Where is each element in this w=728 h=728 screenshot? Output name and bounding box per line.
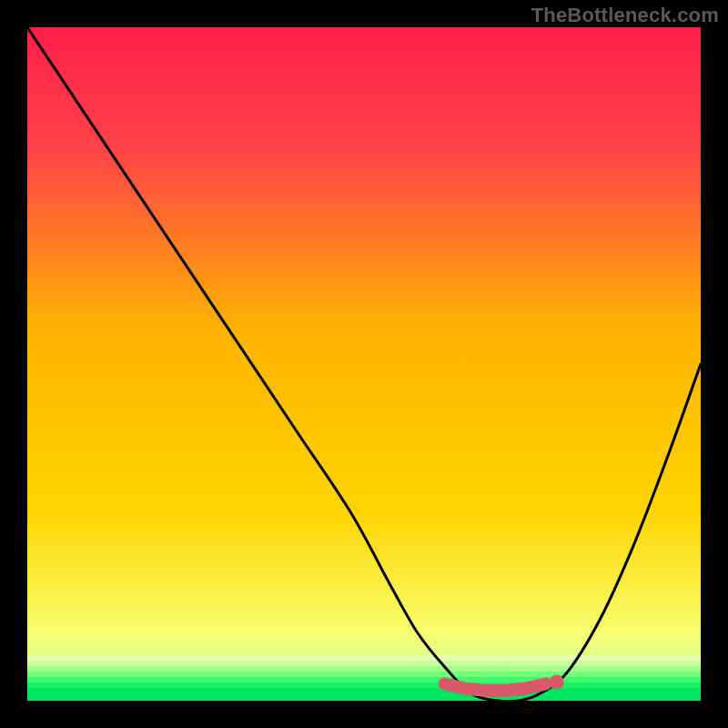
bottom-bands	[27, 655, 701, 701]
bottleneck-chart	[27, 27, 701, 701]
chart-frame: TheBottleneck.com	[0, 0, 728, 728]
svg-rect-2	[27, 666, 701, 672]
svg-rect-5	[27, 682, 701, 688]
svg-rect-4	[27, 677, 701, 682]
svg-rect-6	[27, 688, 701, 701]
svg-rect-3	[27, 672, 701, 677]
watermark-text: TheBottleneck.com	[531, 4, 719, 27]
svg-rect-1	[27, 661, 701, 666]
svg-rect-0	[27, 655, 701, 661]
gradient-background	[27, 27, 701, 701]
svg-point-7	[550, 675, 564, 690]
